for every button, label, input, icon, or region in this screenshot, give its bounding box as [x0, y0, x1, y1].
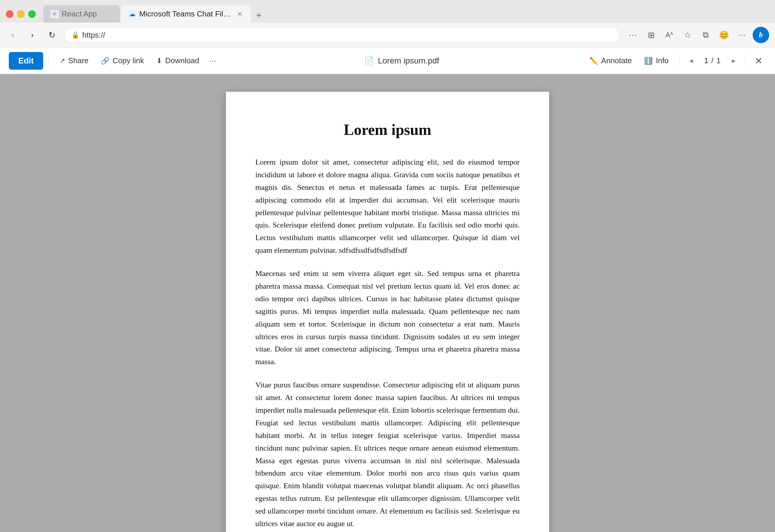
extensions-button[interactable]: ⋯ — [625, 27, 641, 43]
pdf-paragraph-1: Lorem ipsum dolor sit amet, consectetur … — [255, 156, 520, 257]
minimize-traffic-light[interactable] — [17, 10, 25, 18]
close-icon: ✕ — [755, 55, 763, 66]
star-icon: ☆ — [684, 30, 691, 40]
toolbar-center: 📄 Lorem ipsum.pdf — [221, 56, 583, 66]
edit-button[interactable]: Edit — [9, 52, 43, 70]
page-indicator: 1 / 1 — [700, 56, 725, 65]
filename-text: Lorem ipsum.pdf — [378, 56, 439, 66]
share-button[interactable]: ↗ Share — [54, 53, 94, 68]
address-text: https:// — [82, 31, 613, 40]
tab-title-teams: Microsoft Teams Chat Files - C… — [139, 9, 233, 19]
back-button[interactable]: ‹ — [6, 28, 20, 42]
pdf-toolbar: Edit ↗ Share 🔗 Copy link ⬇ Download ··· … — [0, 48, 775, 74]
copy-link-button[interactable]: 🔗 Copy link — [95, 53, 149, 68]
more-dots-icon: ··· — [209, 56, 216, 66]
grid-button[interactable]: ⊞ — [643, 27, 659, 43]
page-current: 1 — [704, 56, 708, 65]
link-icon: 🔗 — [101, 57, 110, 65]
toolbar-right: ✏️ Annotate ℹ️ Info ◂ 1 / 1 ▸ ✕ — [584, 53, 766, 68]
forward-icon: › — [31, 30, 33, 40]
grid-icon: ⊞ — [648, 30, 655, 40]
annotate-icon: ✏️ — [589, 57, 598, 65]
collections-icon: 😊 — [719, 30, 729, 40]
info-button[interactable]: ℹ️ Info — [639, 53, 674, 68]
pdf-close-button[interactable]: ✕ — [751, 53, 766, 68]
share-icon: ↗ — [59, 57, 65, 65]
more-button[interactable]: ··· — [734, 27, 750, 43]
info-icon: ℹ️ — [644, 57, 653, 65]
annotate-label: Annotate — [601, 56, 632, 65]
close-traffic-light[interactable] — [6, 10, 14, 18]
pdf-page: Lorem ipsum Lorem ipsum dolor sit amet, … — [226, 92, 549, 532]
bing-icon: b — [759, 31, 763, 39]
download-label: Download — [165, 56, 199, 65]
copy-link-label: Copy link — [112, 56, 144, 65]
refresh-button[interactable]: ↻ — [45, 28, 59, 42]
browser-tabs: ⚛ React App ☁ Microsoft Teams Chat Files… — [43, 5, 769, 23]
reader-mode-icon: Aᴬ — [665, 31, 673, 39]
split-screen-button[interactable]: ⧉ — [698, 27, 713, 43]
back-icon: ‹ — [11, 30, 14, 40]
share-label: Share — [68, 56, 88, 65]
more-icon: ··· — [739, 30, 745, 40]
toolbar-more-button[interactable]: ··· — [206, 54, 219, 67]
bing-button[interactable]: b — [753, 27, 769, 43]
prev-page-button[interactable]: ◂ — [685, 54, 698, 67]
traffic-lights — [6, 10, 36, 18]
pdf-viewer[interactable]: Lorem ipsum Lorem ipsum dolor sit amet, … — [0, 74, 775, 532]
browser-chrome: ⚛ React App ☁ Microsoft Teams Chat Files… — [0, 0, 775, 48]
title-bar: ⚛ React App ☁ Microsoft Teams Chat Files… — [0, 0, 775, 23]
address-bar: ‹ › ↻ 🔒 https:// ⋯ ⊞ Aᴬ ☆ ⧉ — [0, 23, 775, 48]
reader-mode-button[interactable]: Aᴬ — [662, 27, 677, 43]
tab-react-app[interactable]: ⚛ React App — [43, 5, 120, 23]
toolbar-divider-1 — [48, 55, 49, 67]
tab-favicon-react: ⚛ — [51, 10, 59, 18]
add-tab-button[interactable]: + — [251, 8, 266, 23]
toolbar-divider-3 — [745, 55, 746, 67]
pdf-paragraph-3: Vitae purus faucibus ornare suspendisse.… — [255, 379, 520, 530]
download-icon: ⬇ — [156, 57, 162, 65]
toolbar-divider-2 — [679, 55, 680, 67]
maximize-traffic-light[interactable] — [28, 10, 36, 18]
download-button[interactable]: ⬇ Download — [151, 53, 204, 68]
pdf-paragraph-2: Maecenas sed enim ut sem viverra aliquet… — [255, 268, 520, 368]
annotate-button[interactable]: ✏️ Annotate — [584, 53, 637, 68]
pdf-filename: 📄 Lorem ipsum.pdf — [364, 56, 439, 66]
forward-button[interactable]: › — [25, 28, 39, 42]
address-input-container[interactable]: 🔒 https:// — [64, 27, 620, 43]
lock-icon: 🔒 — [71, 31, 79, 39]
tab-teams-chat[interactable]: ☁ Microsoft Teams Chat Files - C… ✕ — [121, 5, 250, 23]
info-label: Info — [656, 56, 668, 65]
split-screen-icon: ⧉ — [703, 30, 709, 40]
favorites-button[interactable]: ☆ — [680, 27, 695, 43]
pdf-title: Lorem ipsum — [255, 121, 520, 138]
extensions-icon: ⋯ — [629, 30, 637, 40]
pdf-file-icon: 📄 — [364, 56, 374, 66]
next-page-button[interactable]: ▸ — [727, 54, 740, 67]
page-separator: / — [711, 56, 713, 65]
page-total: 1 — [717, 56, 721, 65]
refresh-icon: ↻ — [48, 30, 55, 40]
prev-page-icon: ◂ — [689, 56, 693, 65]
collections-button[interactable]: 😊 — [716, 27, 732, 43]
tab-favicon-teams: ☁ — [128, 10, 136, 18]
browser-action-buttons: ⋯ ⊞ Aᴬ ☆ ⧉ 😊 ··· b — [625, 27, 769, 43]
add-tab-icon: + — [256, 10, 262, 21]
tab-title-react: React App — [62, 9, 113, 19]
next-page-icon: ▸ — [732, 56, 736, 65]
tab-close-button[interactable]: ✕ — [236, 11, 243, 18]
